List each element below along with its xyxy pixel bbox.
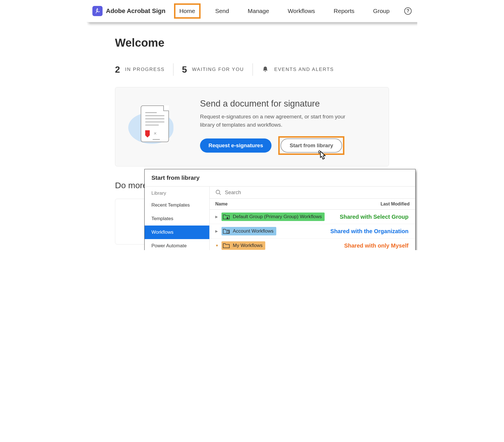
cursor-icon [316, 150, 328, 163]
stats-bar: 2 IN PROGRESS 5 WAITING FOR YOU EVENTS A… [115, 63, 389, 76]
send-document-card: × Send a document for signature Request … [115, 87, 389, 166]
header: Adobe Acrobat Sign Home Send Manage Work… [87, 0, 417, 22]
chevron-right-icon: ▶ [215, 215, 219, 219]
svg-line-7 [219, 193, 221, 195]
nav-manage[interactable]: Manage [244, 5, 273, 17]
annotation-organization: Shared with the Organization [330, 228, 409, 235]
svg-point-8 [227, 217, 228, 218]
sidebar-workflows[interactable]: Workflows [145, 226, 209, 239]
folder-group-icon [223, 214, 230, 220]
help-icon[interactable]: ? [404, 7, 412, 15]
svg-point-6 [216, 190, 220, 194]
nav-group[interactable]: Group [369, 5, 394, 17]
workflow-folder-row[interactable]: ▶ Account Workflows Shared with the Orga… [210, 224, 415, 239]
search-input[interactable] [225, 190, 410, 196]
modal-title: Start from library [145, 169, 415, 186]
brand-name: Adobe Acrobat Sign [106, 7, 166, 15]
divider [173, 63, 173, 76]
folder-label: My Workflows [233, 243, 262, 248]
adobe-sign-logo [92, 6, 103, 16]
stat-waiting[interactable]: 5 WAITING FOR YOU [182, 64, 244, 75]
waiting-count: 5 [182, 64, 187, 75]
nav-reports[interactable]: Reports [330, 5, 359, 17]
waiting-label: WAITING FOR YOU [192, 67, 244, 72]
annotation-select-group: Shared with Select Group [340, 214, 409, 220]
folder-label: Account Workflows [233, 228, 273, 234]
nav-send[interactable]: Send [211, 5, 233, 17]
acrobat-icon [94, 8, 101, 14]
search-icon [215, 189, 221, 196]
start-from-library-modal: Start from library Library Recent Templa… [144, 169, 416, 250]
request-esignatures-button[interactable]: Request e-signatures [200, 138, 271, 153]
workflow-folder-row[interactable]: ▶ Default Group (Primary Group) Workflow… [210, 210, 415, 224]
col-modified: Last Modified [381, 201, 410, 207]
modal-sidebar: Library Recent Templates Templates Workf… [145, 187, 210, 250]
sidebar-power-automate[interactable]: Power Automate [145, 239, 209, 250]
sidebar-recent-templates[interactable]: Recent Templates [145, 198, 209, 212]
in-progress-label: IN PROGRESS [125, 67, 165, 72]
sidebar-heading: Library [145, 187, 209, 198]
bell-icon [261, 66, 269, 73]
svg-rect-9 [227, 231, 229, 233]
chevron-right-icon: ▶ [215, 229, 219, 233]
divider [253, 63, 253, 76]
folder-icon [223, 242, 230, 249]
workflow-folder-row[interactable]: ▼ My Workflows Shared with only Myself [210, 239, 415, 250]
card-actions: Request e-signatures Start from library [200, 136, 347, 155]
folder-badge: Default Group (Primary Group) Workflows [221, 213, 325, 221]
sidebar-templates[interactable]: Templates [145, 212, 209, 226]
card-desc: Request e-signatures on a new agreement,… [200, 113, 347, 129]
col-name: Name [215, 201, 228, 207]
folder-badge: Account Workflows [221, 227, 276, 235]
document-illustration: × [127, 104, 183, 150]
page-title: Welcome [115, 36, 389, 49]
modal-body: Library Recent Templates Templates Workf… [145, 186, 415, 250]
modal-main: Name Last Modified ▶ Default Group (Prim… [210, 187, 415, 250]
folder-label: Default Group (Primary Group) Workflows [233, 214, 322, 220]
card-title: Send a document for signature [200, 99, 347, 109]
top-nav: Home Send Manage Workflows Reports Group [174, 3, 394, 19]
annotation-myself: Shared with only Myself [344, 242, 409, 249]
card-text: Send a document for signature Request e-… [200, 99, 347, 155]
events-label: EVENTS AND ALERTS [274, 67, 334, 72]
start-from-library-button[interactable]: Start from library [281, 138, 342, 153]
chevron-down-icon: ▼ [215, 244, 219, 248]
column-headers: Name Last Modified [210, 199, 415, 210]
search-row [210, 187, 415, 199]
nav-workflows[interactable]: Workflows [284, 5, 319, 17]
start-from-library-highlight: Start from library [278, 136, 344, 155]
folder-org-icon [223, 228, 230, 234]
in-progress-count: 2 [115, 64, 120, 75]
stat-in-progress[interactable]: 2 IN PROGRESS [115, 64, 165, 75]
nav-home[interactable]: Home [174, 3, 201, 19]
folder-badge: My Workflows [221, 241, 265, 250]
stat-events[interactable]: EVENTS AND ALERTS [261, 66, 334, 73]
